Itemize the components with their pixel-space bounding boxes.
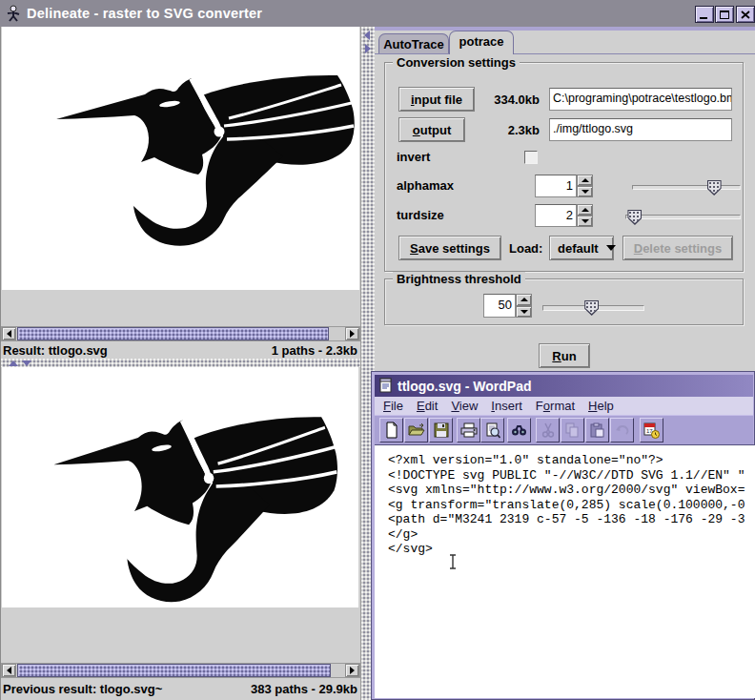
menu-help[interactable]: Help bbox=[582, 397, 621, 413]
brightness-value[interactable]: 50 bbox=[483, 294, 516, 318]
alphamax-value[interactable]: 1 bbox=[535, 175, 577, 197]
collapse-down-icon[interactable] bbox=[22, 360, 31, 366]
undo-button[interactable] bbox=[610, 418, 634, 443]
new-document-button[interactable] bbox=[379, 418, 403, 443]
combo-dropdown-icon bbox=[606, 245, 616, 251]
scroll-left-icon bbox=[7, 667, 11, 674]
find-button[interactable] bbox=[507, 418, 531, 443]
print-button[interactable] bbox=[457, 418, 480, 443]
scroll-left-button[interactable] bbox=[2, 664, 16, 677]
spin-up-icon bbox=[520, 298, 528, 301]
delete-settings-button[interactable]: Delete settings bbox=[622, 236, 733, 260]
open-button[interactable] bbox=[404, 418, 428, 443]
result-status-text: Result: ttlogo.svg bbox=[3, 343, 108, 358]
turdsize-slider-thumb[interactable] bbox=[627, 210, 642, 225]
menu-view[interactable]: View bbox=[444, 397, 484, 413]
alphamax-slider[interactable] bbox=[632, 185, 741, 190]
spin-up-icon bbox=[582, 208, 589, 212]
collapse-up-icon[interactable] bbox=[9, 360, 18, 366]
wordpad-window: ttlogo.svg - WordPad FileEditViewInsertF… bbox=[371, 371, 755, 700]
paste-button[interactable] bbox=[585, 418, 609, 443]
scrollbar-thumb[interactable] bbox=[17, 327, 329, 340]
alphamax-slider-thumb[interactable] bbox=[707, 180, 722, 196]
previous-path-count: 383 paths - 29.9kb bbox=[251, 682, 357, 696]
brightness-slider[interactable] bbox=[542, 305, 644, 311]
load-settings-combo[interactable]: default bbox=[549, 236, 614, 260]
maximize-button[interactable] bbox=[715, 6, 734, 23]
run-button[interactable]: Run bbox=[539, 343, 590, 368]
conversion-settings-legend: Conversion settings bbox=[393, 55, 520, 70]
date-time-button[interactable]: 17 bbox=[640, 418, 663, 443]
wordpad-document[interactable]: <?xml version="1.0" standalone="no"?> <!… bbox=[375, 444, 755, 698]
save-settings-button[interactable]: Save settings bbox=[398, 236, 501, 260]
tab-autotrace[interactable]: AutoTrace bbox=[378, 33, 449, 53]
app-icon bbox=[5, 4, 24, 23]
alphamax-label: alphamax bbox=[397, 178, 454, 193]
document-line: <path d="M3241 2319 c-57 -5 -136 -18 -17… bbox=[388, 512, 755, 527]
brightness-spinner[interactable]: 50 bbox=[483, 294, 532, 318]
split-divider-horizontal[interactable] bbox=[1, 359, 360, 367]
print-icon bbox=[460, 422, 478, 438]
result-hscrollbar[interactable] bbox=[1, 326, 360, 341]
close-button[interactable] bbox=[736, 6, 755, 23]
new-document-icon bbox=[384, 422, 399, 439]
collapse-left-icon[interactable] bbox=[364, 31, 370, 40]
wordpad-menubar: FileEditViewInsertFormatHelp bbox=[375, 397, 753, 415]
output-path-field[interactable]: ./img/ttlogo.svg bbox=[549, 118, 732, 141]
menu-format[interactable]: Format bbox=[529, 397, 582, 413]
alphamax-spinner[interactable]: 1 bbox=[535, 175, 593, 197]
spin-up-button[interactable] bbox=[516, 294, 532, 306]
previous-status-text: Previous result: tlogo.svg~ bbox=[3, 682, 162, 696]
turdsize-spinner[interactable]: 2 bbox=[535, 204, 593, 227]
scroll-left-icon bbox=[7, 330, 11, 338]
save-button[interactable] bbox=[429, 418, 453, 443]
spin-down-button[interactable] bbox=[516, 306, 532, 319]
load-combo-value: default bbox=[558, 241, 599, 256]
input-path-field[interactable]: C:\programing\potrace\testlogo.bm bbox=[549, 88, 732, 111]
save-icon bbox=[434, 422, 449, 438]
minimize-icon bbox=[700, 17, 707, 19]
conversion-settings-group: Conversion settings input file 334.0kb C… bbox=[384, 62, 744, 272]
document-line: </g> bbox=[388, 527, 755, 543]
minimize-button[interactable] bbox=[695, 6, 714, 23]
tab-potrace[interactable]: potrace bbox=[449, 31, 514, 54]
spin-down-icon bbox=[582, 219, 589, 223]
turdsize-slider[interactable] bbox=[625, 215, 741, 219]
invert-checkbox[interactable] bbox=[524, 151, 538, 164]
close-icon bbox=[741, 10, 750, 19]
previous-image-viewport[interactable] bbox=[2, 367, 358, 607]
print-preview-button[interactable] bbox=[480, 418, 504, 443]
brightness-slider-thumb[interactable] bbox=[584, 300, 599, 316]
spin-up-button[interactable] bbox=[577, 204, 593, 216]
result-image-viewport[interactable] bbox=[2, 27, 359, 290]
menu-edit[interactable]: Edit bbox=[410, 397, 444, 413]
spin-up-icon bbox=[582, 178, 589, 182]
output-button[interactable]: output bbox=[398, 117, 465, 142]
spin-down-button[interactable] bbox=[577, 216, 593, 227]
input-file-button[interactable]: input file bbox=[398, 87, 475, 112]
document-line: <?xml version="1.0" standalone="no"?> bbox=[388, 453, 755, 468]
cut-icon bbox=[541, 422, 555, 438]
collapse-right-icon[interactable] bbox=[365, 44, 371, 53]
spin-down-button[interactable] bbox=[577, 186, 593, 197]
scrollbar-thumb[interactable] bbox=[17, 664, 331, 677]
scroll-left-button[interactable] bbox=[2, 327, 16, 340]
previous-statusbar: Previous result: tlogo.svg~ 383 paths - … bbox=[1, 678, 360, 700]
spin-down-icon bbox=[520, 310, 528, 314]
spin-up-button[interactable] bbox=[577, 175, 593, 186]
bird-logo-image bbox=[2, 27, 359, 290]
previous-hscrollbar[interactable] bbox=[1, 663, 360, 678]
document-line: <!DOCTYPE svg PUBLIC "-//W3C//DTD SVG 1.… bbox=[388, 468, 755, 484]
main-titlebar[interactable]: Delineate - raster to SVG converter bbox=[0, 0, 755, 27]
scroll-right-button[interactable] bbox=[345, 327, 359, 340]
copy-icon bbox=[565, 422, 580, 438]
wordpad-titlebar[interactable]: ttlogo.svg - WordPad bbox=[375, 375, 753, 397]
menu-file[interactable]: File bbox=[377, 397, 410, 413]
scroll-right-button[interactable] bbox=[345, 664, 359, 677]
turdsize-value[interactable]: 2 bbox=[535, 204, 577, 227]
tab-underline bbox=[375, 53, 755, 54]
scroll-right-icon bbox=[350, 667, 355, 674]
copy-button[interactable] bbox=[561, 418, 584, 443]
menu-insert[interactable]: Insert bbox=[484, 397, 529, 413]
cut-button[interactable] bbox=[536, 418, 560, 443]
